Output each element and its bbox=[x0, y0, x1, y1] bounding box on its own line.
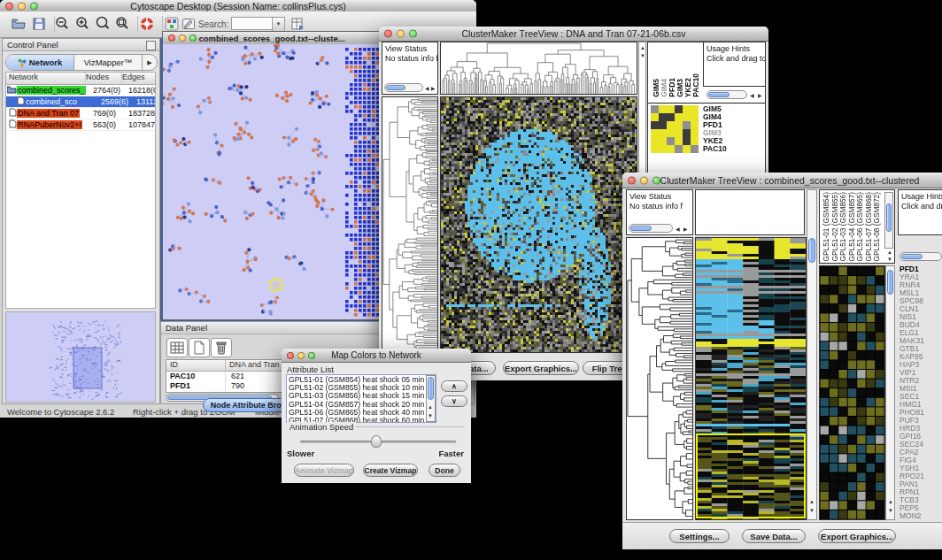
tv1-zoom-hscrollbar[interactable] bbox=[706, 90, 747, 99]
treeview2-titlebar[interactable]: ClusterMaker TreeView : combined_scores_… bbox=[622, 173, 942, 188]
attribute-list-item[interactable]: GPL51-04 (GSM857) heat shock 20 min bbox=[289, 401, 434, 409]
col-network[interactable]: Network bbox=[6, 73, 86, 84]
tv1-column-dendrogram[interactable] bbox=[441, 42, 637, 94]
search-dropdown-arrow[interactable]: ▼ bbox=[272, 17, 285, 32]
gene-label[interactable]: MON2 bbox=[900, 512, 942, 520]
search-input[interactable] bbox=[231, 17, 274, 30]
network-name[interactable]: combined_scores_ bbox=[17, 86, 86, 95]
network-list-row[interactable]: combined_sco2569(6)13112(15) bbox=[6, 96, 155, 108]
tv1-row-label: PAC10 bbox=[703, 145, 761, 153]
close-icon[interactable] bbox=[168, 35, 175, 42]
tv2-col-label: GPL51-08 (GSM872) bbox=[872, 192, 881, 261]
close-icon[interactable] bbox=[384, 30, 392, 38]
save-icon[interactable] bbox=[31, 16, 47, 32]
annotation-icon[interactable] bbox=[181, 16, 197, 32]
float-panel-icon[interactable] bbox=[146, 41, 156, 50]
minimize-icon[interactable] bbox=[18, 2, 26, 10]
scroll-down-icon[interactable]: ▼ bbox=[809, 507, 815, 514]
network-list-row[interactable]: combined_scores_2764(0)16218(0) bbox=[6, 85, 155, 96]
tv2-vscrollbar[interactable]: ▲ ▼ bbox=[807, 189, 817, 520]
tv1-zoom-heatmap[interactable] bbox=[651, 105, 699, 153]
save-data-button[interactable]: Save Data... bbox=[742, 529, 806, 543]
scroll-left-icon[interactable]: ◀ bbox=[676, 226, 680, 233]
zoom-in-icon[interactable] bbox=[74, 16, 90, 32]
zoom-out-icon[interactable] bbox=[54, 16, 70, 32]
network-list-row[interactable]: DNA and Tran 07769(0)183728(0) bbox=[6, 108, 155, 119]
scroll-right-icon[interactable]: ▶ bbox=[758, 92, 762, 99]
import-table-icon[interactable] bbox=[290, 16, 305, 32]
export-graphics-button[interactable]: Export Graphics... bbox=[818, 529, 896, 543]
scroll-up-icon[interactable]: ▲ bbox=[888, 498, 893, 505]
close-icon[interactable] bbox=[5, 2, 13, 10]
attribute-list-item[interactable]: GPL51-03 (GSM856) heat shock 15 min bbox=[289, 392, 434, 400]
scroll-left-icon[interactable]: ◀ bbox=[750, 92, 754, 99]
tv2-row-dendrogram[interactable] bbox=[627, 238, 692, 519]
scroll-up-icon[interactable]: ▲ bbox=[809, 498, 815, 505]
attribute-list-item[interactable]: GPL51-01 (GSM854) heat shock 05 min bbox=[289, 376, 434, 384]
network-overview-canvas[interactable] bbox=[6, 312, 155, 402]
dialog-titlebar[interactable]: Map Colors to Network bbox=[282, 349, 471, 363]
scroll-down-icon[interactable]: ▼ bbox=[428, 412, 433, 419]
tv2-zoom-heatmap[interactable] bbox=[820, 266, 884, 519]
close-icon[interactable] bbox=[628, 176, 636, 184]
network-list-row[interactable]: RNAPuberNov2+I563(0)107847(0) bbox=[6, 119, 155, 131]
minimize-icon[interactable] bbox=[297, 352, 305, 359]
tab-vizmapper[interactable]: VizMapper™ bbox=[74, 55, 143, 70]
network-window-titlebar[interactable]: combined_scores_good.txt--cluste... bbox=[163, 32, 381, 45]
tab-network[interactable]: Network bbox=[6, 55, 74, 70]
select-attributes-icon[interactable] bbox=[166, 338, 188, 357]
scroll-up-icon[interactable]: ▲ bbox=[887, 249, 892, 256]
tv2-col-labels-scrollbar[interactable] bbox=[884, 192, 893, 249]
minimize-icon[interactable] bbox=[640, 176, 648, 184]
tv2-view-status-line1: View Status bbox=[629, 192, 671, 201]
col-nodes[interactable]: Nodes bbox=[86, 73, 122, 84]
network-canvas[interactable] bbox=[163, 44, 381, 319]
move-down-button[interactable]: ∨ bbox=[441, 395, 467, 407]
animation-speed-group: Animation Speed Slower Faster bbox=[286, 426, 465, 459]
scroll-right-icon[interactable]: ▶ bbox=[683, 226, 688, 233]
new-attribute-icon[interactable] bbox=[189, 338, 210, 357]
tv2-zoom-scrollbar[interactable]: ▲ ▼ bbox=[885, 265, 895, 520]
attribute-list-item[interactable]: GPL51-06 (GSM865) heat shock 40 min bbox=[289, 409, 434, 417]
treeview1-titlebar[interactable]: ClusterMaker TreeView : DNA and Tran 07-… bbox=[379, 27, 768, 42]
tv1-row-dendrogram[interactable] bbox=[382, 97, 437, 352]
tv2-status-scrollbar[interactable] bbox=[629, 224, 673, 233]
attribute-list-item[interactable]: GPL51-02 (GSM855) heat shock 10 min bbox=[289, 384, 434, 392]
minimize-icon[interactable] bbox=[397, 30, 405, 38]
zoom-fit-icon[interactable] bbox=[114, 16, 130, 32]
node-attribute-icon[interactable] bbox=[164, 16, 180, 32]
speed-slider-thumb[interactable] bbox=[371, 435, 382, 448]
zoom-selected-icon[interactable] bbox=[95, 16, 111, 32]
tab-overflow-arrow[interactable]: ▶ bbox=[143, 55, 157, 70]
scroll-down-icon[interactable]: ▼ bbox=[640, 52, 645, 59]
scroll-down-icon[interactable]: ▼ bbox=[888, 507, 893, 514]
network-name[interactable]: DNA and Tran 07 bbox=[17, 109, 80, 118]
create-vizmap-button[interactable]: Create Vizmap bbox=[363, 464, 418, 477]
network-name[interactable]: combined_sco bbox=[25, 97, 78, 106]
col-edges[interactable]: Edges bbox=[122, 73, 155, 84]
col-id[interactable]: ID bbox=[166, 360, 226, 371]
move-up-button[interactable]: ∧ bbox=[441, 380, 467, 392]
settings-button[interactable]: Settings... bbox=[669, 529, 730, 543]
tv2-col-label: GPL51-06 (GSM865) bbox=[855, 192, 864, 261]
close-icon[interactable] bbox=[287, 352, 294, 359]
scroll-down-icon[interactable]: ▼ bbox=[887, 256, 892, 263]
export-graphics-button[interactable]: Export Graphics... bbox=[503, 361, 579, 375]
open-file-icon[interactable] bbox=[11, 16, 27, 32]
minimize-icon[interactable] bbox=[179, 35, 186, 42]
tv1-usage-line2: Click and drag to bbox=[706, 54, 766, 63]
scroll-up-icon[interactable]: ▲ bbox=[640, 44, 645, 51]
scroll-up-icon[interactable]: ▲ bbox=[428, 403, 433, 410]
tv1-global-heatmap[interactable] bbox=[441, 97, 637, 352]
main-titlebar[interactable]: Cytoscape Desktop (Session Name: collins… bbox=[0, 0, 476, 12]
tv2-global-heatmap[interactable] bbox=[696, 238, 806, 519]
delete-attribute-trash-icon[interactable] bbox=[211, 338, 232, 357]
attribute-list-scrollbar[interactable]: ▲ ▼ bbox=[426, 375, 436, 422]
scroll-right-icon[interactable]: ▶ bbox=[431, 85, 436, 92]
tv2-gene-hscrollbar[interactable] bbox=[900, 252, 942, 261]
done-button[interactable]: Done bbox=[429, 464, 460, 477]
network-name[interactable]: RNAPuberNov2+I bbox=[17, 120, 82, 129]
scroll-left-icon[interactable]: ◀ bbox=[425, 85, 429, 92]
tv1-status-scrollbar[interactable] bbox=[384, 83, 423, 92]
help-lifesaver-icon[interactable] bbox=[139, 16, 155, 32]
